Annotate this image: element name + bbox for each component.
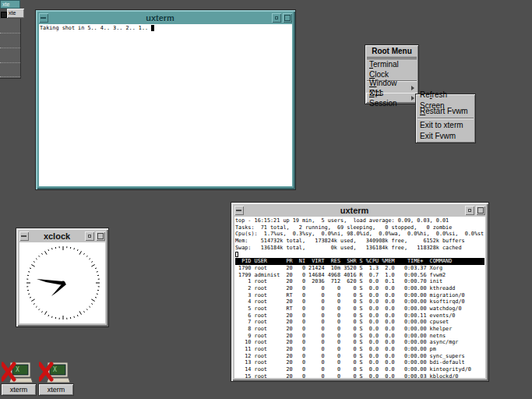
- terminal-line: 12 root 20 0 0 0 0 S 0.0 0.0 0:00.00 syn…: [235, 353, 484, 360]
- window-menu-button[interactable]: [234, 206, 244, 215]
- maximize-icon: [97, 233, 104, 239]
- terminal-line: Mem: 514732k total, 173824k used, 340908…: [235, 238, 484, 245]
- terminal-line: 1790 root 20 0 21424 10m 3520 S 1.3 2.0 …: [235, 265, 484, 272]
- terminal-line: 4 root 20 0 0 0 0 S 0.0 0.0 0:00.00 ksof…: [235, 298, 484, 305]
- iconman-item-active[interactable]: xte: [0, 0, 20, 9]
- clock-center: [62, 281, 65, 285]
- menu-dash-icon: [236, 210, 241, 211]
- icon-label-xterm-1[interactable]: xterm: [1, 383, 37, 396]
- pager-desk-divider: [0, 76, 20, 77]
- terminal-line: 5 root RT 0 0 0 0 S 0.0 0.0 0:00.00 watc…: [235, 305, 484, 312]
- fvwm-desktop: { "colors": { "desktop_bg": "#4f4f4f", "…: [0, 0, 532, 399]
- window-title: uxterm: [245, 206, 464, 216]
- terminal-line: Swap: 136184k total, 0k used, 136184k fr…: [235, 245, 484, 252]
- terminal-line: 10 root 20 0 0 0 0 S 0.0 0.0 0:00.00 asy…: [235, 339, 484, 346]
- iconify-button[interactable]: [272, 13, 281, 23]
- window-title: xclock: [30, 231, 84, 242]
- submenu-arrow-icon: [411, 86, 414, 90]
- menu-separator: [417, 118, 474, 119]
- terminal-screen-top[interactable]: top - 16:15:21 up 19 min, 5 users, load …: [234, 217, 485, 378]
- pager-desk-divider: [0, 62, 20, 63]
- root-menu-items: TerminalClockWindow OpsX11 Session: [366, 59, 417, 103]
- terminal-line: 1 root 20 0 2036 712 620 S 0.0 0.1 0:00.…: [235, 278, 484, 285]
- pager-desk-divider: [0, 33, 20, 34]
- iconman-item-inactive[interactable]: xte: [7, 9, 24, 18]
- terminal-line: 3 root RT 0 0 0 0 S 0.0 0.0 0:00.00 migr…: [235, 292, 484, 299]
- root-menu: Root Menu TerminalClockWindow OpsX11 Ses…: [365, 44, 419, 104]
- maximize-icon: [284, 15, 291, 21]
- menu-item-x11-session[interactable]: X11 Session: [366, 93, 417, 103]
- text-cursor: [235, 252, 238, 257]
- iconify-button[interactable]: [465, 206, 474, 215]
- maximize-icon: [477, 207, 484, 214]
- session-menu-items: Refresh ScreenRestart FvwmExit to xtermE…: [417, 95, 474, 142]
- terminal-line: 14 root 20 0 0 0 0 S 0.0 0.0 0:00.00 kin…: [235, 366, 484, 373]
- titlebar[interactable]: uxterm: [234, 205, 486, 216]
- mini-window-icon[interactable]: [1, 12, 7, 18]
- menu-item-restart-fvwm[interactable]: Restart Fvwm: [417, 106, 474, 117]
- iconify-icon: [88, 235, 91, 238]
- submenu-arrow-icon: [411, 96, 414, 101]
- terminal-line: 2 root 20 0 0 0 0 S 0.0 0.0 0:00.00 kthr…: [235, 285, 484, 292]
- terminal-line: 6 root 20 0 0 0 0 S 0.0 0.0 0:00.11 even…: [235, 312, 484, 320]
- menu-dash-icon: [41, 17, 46, 19]
- terminal-line: 11 root 20 0 0 0 0 S 0.0 0.0 0:00.00 pm: [235, 346, 484, 353]
- terminal-line: [235, 251, 484, 258]
- maximize-button[interactable]: [283, 13, 292, 23]
- xterm-icon[interactable]: X: [2, 361, 34, 384]
- iconify-icon: [275, 16, 278, 19]
- menu-item-exit-to-xterm[interactable]: Exit to xterm: [417, 120, 474, 131]
- terminal-line: 8 root 20 0 0 0 0 S 0.0 0.0 0:00.00 khel…: [235, 326, 484, 333]
- iconify-button[interactable]: [85, 231, 94, 241]
- terminal-line: top - 16:15:21 up 19 min, 5 users, load …: [235, 217, 484, 224]
- menu-item-exit-fvwm[interactable]: Exit Fvwm: [417, 131, 474, 142]
- iconify-icon: [468, 209, 471, 212]
- svg-text:X: X: [16, 366, 19, 373]
- xterm-icon[interactable]: X: [39, 361, 72, 384]
- text-cursor: [151, 25, 154, 31]
- titlebar[interactable]: uxterm: [38, 12, 293, 23]
- terminal-line: 15 root 20 0 0 0 0 S 0.0 0.0 0:00.03 kbl…: [235, 373, 484, 378]
- window-title: uxterm: [49, 13, 271, 23]
- svg-text:X: X: [53, 366, 57, 373]
- maximize-button[interactable]: [96, 231, 105, 241]
- terminal-line: Cpu(s): 1.7%us, 0.3%sy, 0.0%ni, 98.0%id,…: [235, 231, 484, 238]
- menu-dash-icon: [21, 235, 26, 237]
- minute-hand: [37, 279, 63, 285]
- x11-session-menu: Refresh ScreenRestart FvwmExit to xtermE…: [415, 94, 476, 143]
- icon-label-xterm-2[interactable]: xterm: [38, 383, 74, 396]
- terminal-line: 7 root 20 0 0 0 0 S 0.0 0.0 0:00.00 cpus…: [235, 319, 484, 326]
- terminal-line: Tasks: 71 total, 2 running, 69 sleeping,…: [235, 224, 484, 231]
- fvwm-pager[interactable]: [0, 19, 21, 79]
- window-menu-button[interactable]: [19, 231, 29, 241]
- window-menu-button[interactable]: [39, 13, 48, 23]
- terminal-screen[interactable]: Taking shot in 5.. 4.. 3.. 2.. 1..: [39, 24, 292, 186]
- titlebar[interactable]: xclock: [19, 231, 106, 242]
- terminal-line: 9 root 20 0 0 0 0 S 0.0 0.0 0:00.00 netn…: [235, 333, 484, 340]
- terminal-line: 13 root 20 0 0 0 0 S 0.0 0.0 0:00.00 bdi…: [235, 359, 484, 366]
- window-uxterm-main: uxterm Taking shot in 5.. 4.. 3.. 2.. 1.…: [35, 9, 296, 190]
- terminal-line: Taking shot in 5.. 4.. 3.. 2.. 1..: [40, 25, 291, 32]
- top-table-header: PID USER PR NI VIRT RES SHR S %CPU %MEM …: [235, 258, 484, 265]
- analog-clock: [19, 242, 105, 323]
- terminal-line: 1799 administ 20 0 14684 4968 4016 R 0.7…: [235, 272, 484, 279]
- maximize-button[interactable]: [476, 206, 485, 215]
- menu-item-terminal[interactable]: Terminal: [366, 59, 417, 69]
- menu-item-refresh-screen[interactable]: Refresh Screen: [417, 95, 474, 106]
- window-xclock: xclock: [16, 228, 109, 327]
- window-uxterm-top: uxterm top - 16:15:21 up 19 min, 5 users…: [231, 202, 489, 382]
- pager-desk-divider: [0, 48, 20, 48]
- clock-face: [19, 242, 105, 323]
- root-menu-title: Root Menu: [367, 46, 417, 59]
